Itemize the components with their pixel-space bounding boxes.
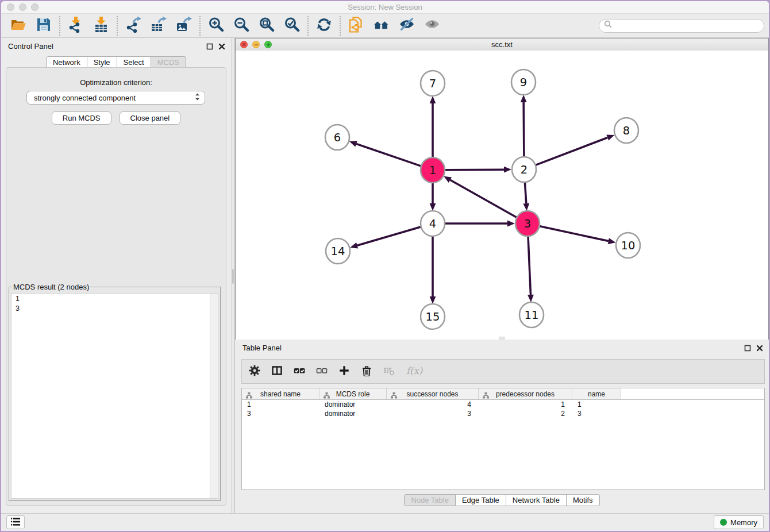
table-toolbar: f(x) bbox=[241, 359, 765, 384]
control-panel-header: Control Panel bbox=[1, 38, 231, 54]
save-session-button[interactable] bbox=[31, 15, 56, 37]
splitter-handle[interactable] bbox=[232, 269, 234, 284]
tab-edge-table[interactable]: Edge Table bbox=[456, 494, 506, 506]
network-window-titlebar[interactable]: scc.txt bbox=[236, 38, 768, 51]
import-network-button[interactable] bbox=[63, 15, 88, 37]
memory-button[interactable]: Memory bbox=[714, 515, 764, 529]
export-network-button[interactable] bbox=[121, 15, 146, 37]
graph-node-2[interactable]: 2 bbox=[512, 157, 536, 182]
graph-edge-4-15[interactable] bbox=[430, 236, 436, 304]
float-table-panel-icon[interactable] bbox=[744, 344, 751, 354]
graph-node-1[interactable]: 1 bbox=[421, 157, 445, 183]
cell-successor-nodes[interactable]: 3 bbox=[387, 410, 479, 418]
close-panel-icon[interactable] bbox=[218, 42, 225, 52]
import-table-button[interactable] bbox=[88, 15, 114, 37]
column-header-shared-name[interactable]: shared name bbox=[242, 388, 319, 399]
table-panel-header: Table Panel bbox=[235, 340, 769, 356]
zoom-out-button[interactable] bbox=[229, 15, 254, 37]
graph-node-9[interactable]: 9 bbox=[511, 70, 536, 95]
cell-name[interactable]: 1 bbox=[572, 400, 621, 408]
graph-node-15[interactable]: 15 bbox=[421, 304, 445, 329]
cell-predecessor-nodes[interactable]: 1 bbox=[479, 400, 572, 408]
cell-shared-name[interactable]: 3 bbox=[242, 410, 319, 418]
zoom-in-button[interactable] bbox=[203, 15, 229, 37]
cell-shared-name[interactable]: 1 bbox=[242, 400, 319, 408]
delete-columns-button[interactable] bbox=[361, 365, 372, 379]
create-column-button[interactable] bbox=[338, 365, 350, 379]
column-header-name[interactable]: name bbox=[572, 388, 621, 399]
search-input[interactable] bbox=[615, 21, 759, 30]
graph-edge-2-9[interactable] bbox=[521, 95, 527, 157]
new-network-from-selection-button[interactable] bbox=[344, 15, 369, 37]
svg-text:8: 8 bbox=[623, 124, 630, 137]
tab-network-table[interactable]: Network Table bbox=[506, 494, 567, 506]
first-neighbors-button[interactable] bbox=[369, 15, 394, 37]
zoom-selected-button[interactable] bbox=[279, 15, 305, 37]
tab-node-table[interactable]: Node Table bbox=[404, 494, 456, 506]
task-history-button[interactable] bbox=[6, 515, 25, 529]
search-field[interactable] bbox=[599, 19, 764, 33]
graph-node-11[interactable]: 11 bbox=[519, 302, 544, 327]
cell-name[interactable]: 3 bbox=[572, 410, 621, 418]
graph-node-6[interactable]: 6 bbox=[325, 125, 349, 150]
network-graph[interactable]: 7968124314101511 bbox=[236, 51, 768, 340]
graph-node-10[interactable]: 10 bbox=[616, 233, 640, 258]
close-table-panel-icon[interactable] bbox=[756, 344, 763, 354]
float-panel-icon[interactable] bbox=[206, 42, 213, 52]
graph-edge-1-2[interactable] bbox=[445, 167, 511, 173]
graph-edge-4-14[interactable] bbox=[350, 227, 421, 248]
result-scrollbar[interactable] bbox=[210, 294, 218, 498]
graph-node-4[interactable]: 4 bbox=[421, 211, 445, 236]
cell-mcds-role[interactable]: dominator bbox=[319, 410, 387, 418]
deselect-all-columns-button[interactable] bbox=[316, 365, 328, 379]
table-settings-button[interactable] bbox=[249, 365, 260, 379]
column-header-mcds-role[interactable]: MCDS role bbox=[319, 388, 387, 399]
graph-node-8[interactable]: 8 bbox=[614, 118, 638, 143]
table-row[interactable]: 3dominator323 bbox=[242, 409, 764, 418]
graph-edge-1-7[interactable] bbox=[430, 96, 436, 157]
toolbar-separator bbox=[307, 16, 309, 36]
graph-edge-1-4[interactable] bbox=[430, 183, 436, 211]
graph-node-7[interactable]: 7 bbox=[421, 71, 445, 96]
hide-selected-button[interactable] bbox=[394, 15, 419, 37]
select-all-columns-button[interactable] bbox=[294, 365, 305, 379]
graph-node-3[interactable]: 3 bbox=[515, 211, 540, 236]
graph-node-14[interactable]: 14 bbox=[326, 238, 350, 264]
cell-predecessor-nodes[interactable]: 2 bbox=[479, 410, 572, 418]
graph-edge-1-6[interactable] bbox=[349, 141, 421, 166]
tab-style[interactable]: Style bbox=[87, 56, 117, 68]
svg-text:9: 9 bbox=[520, 76, 527, 89]
graph-edge-3-1[interactable] bbox=[444, 176, 517, 217]
graph-edge-4-3[interactable] bbox=[445, 221, 515, 227]
tab-select[interactable]: Select bbox=[117, 56, 151, 68]
tab-motifs[interactable]: Motifs bbox=[567, 494, 600, 506]
close-panel-button[interactable]: Close panel bbox=[120, 111, 181, 125]
tab-mcds[interactable]: MCDS bbox=[151, 56, 186, 68]
network-maximize-button[interactable] bbox=[264, 41, 272, 48]
mcds-result-box[interactable]: 1 3 bbox=[11, 293, 218, 499]
graph-edge-2-8[interactable] bbox=[536, 134, 615, 165]
show-all-button[interactable] bbox=[419, 15, 445, 37]
network-canvas[interactable]: 7968124314101511 bbox=[236, 51, 768, 340]
network-close-button[interactable] bbox=[240, 41, 248, 48]
graph-edge-3-10[interactable] bbox=[540, 226, 616, 244]
network-minimize-button[interactable] bbox=[252, 41, 260, 48]
split-panel-button[interactable] bbox=[271, 365, 283, 379]
panel-splitter[interactable] bbox=[231, 38, 235, 513]
cell-mcds-role[interactable]: dominator bbox=[319, 400, 387, 408]
optimization-criterion-select[interactable]: strongly connected component bbox=[26, 91, 205, 105]
graph-edge-2-3[interactable] bbox=[523, 182, 529, 211]
refresh-view-button[interactable] bbox=[311, 15, 337, 37]
column-header-predecessor-nodes[interactable]: predecessor nodes bbox=[479, 388, 572, 399]
zoom-fit-content-button[interactable] bbox=[254, 15, 279, 37]
open-file-button[interactable] bbox=[6, 15, 31, 37]
export-table-button[interactable] bbox=[146, 15, 171, 37]
graph-edge-3-11[interactable] bbox=[528, 236, 534, 302]
export-image-button[interactable] bbox=[171, 15, 197, 37]
column-header-successor-nodes[interactable]: successor nodes bbox=[387, 388, 479, 399]
tab-network[interactable]: Network bbox=[46, 56, 87, 68]
cell-successor-nodes[interactable]: 4 bbox=[387, 400, 479, 408]
split-panel-icon bbox=[271, 365, 283, 378]
table-row[interactable]: 1dominator411 bbox=[242, 400, 764, 409]
run-mcds-button[interactable]: Run MCDS bbox=[52, 111, 111, 125]
